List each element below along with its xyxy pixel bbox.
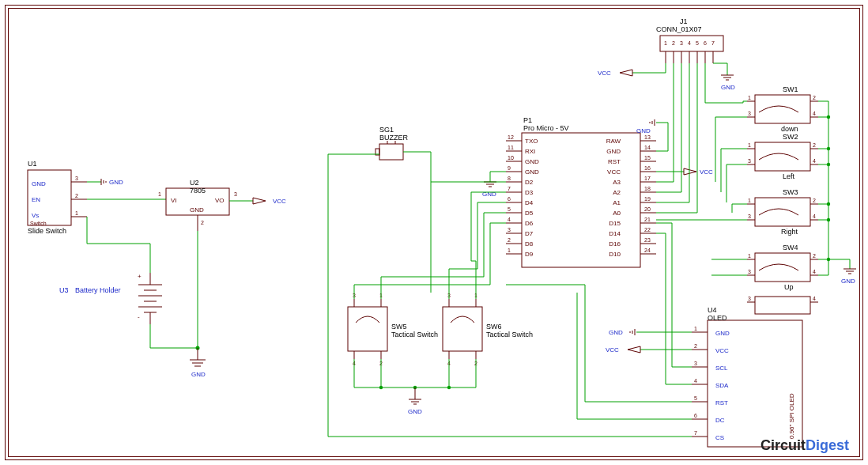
svg-text:GND: GND xyxy=(109,179,123,186)
svg-text:2: 2 xyxy=(813,95,816,100)
j1-conn: J1 CONN_01X07 123 4567 xyxy=(656,17,723,63)
svg-point-242 xyxy=(827,147,830,150)
svg-text:2: 2 xyxy=(508,237,511,243)
svg-text:7: 7 xyxy=(508,186,511,191)
svg-text:4: 4 xyxy=(813,269,816,274)
svg-text:GND: GND xyxy=(190,206,204,214)
svg-rect-208 xyxy=(755,253,810,282)
svg-text:GND: GND xyxy=(609,329,623,336)
p1-right-pins: 13RAW 14GND 15RST 16VCC 17A3 18A2 19A1 2… xyxy=(606,134,656,258)
svg-text:Right: Right xyxy=(781,228,798,236)
svg-text:3: 3 xyxy=(748,296,751,301)
p1-gnd9: GND xyxy=(482,172,506,198)
svg-rect-45 xyxy=(379,144,403,160)
svg-text:16: 16 xyxy=(644,165,651,171)
svg-text:2: 2 xyxy=(813,253,816,259)
svg-text:RST: RST xyxy=(715,399,728,406)
u4-to-p1-wires xyxy=(328,223,692,437)
svg-text:D16: D16 xyxy=(609,240,621,248)
svg-text:7805: 7805 xyxy=(190,187,206,195)
p1-left-pins: 12TXO 11RXI 10GND 9GND 8D2 7D3 6D4 5D5 4… xyxy=(506,134,539,258)
svg-text:GND: GND xyxy=(606,148,621,155)
svg-text:Vs: Vs xyxy=(32,212,39,219)
svg-marker-136 xyxy=(684,168,696,175)
svg-text:21: 21 xyxy=(644,217,651,222)
u4-oled: U4 OLED 0.96" SPI OLED xyxy=(708,306,802,447)
svg-text:3: 3 xyxy=(694,361,697,366)
svg-text:SW1: SW1 xyxy=(783,85,798,93)
schematic-canvas: { "title": "Arduino Pro Micro Gameboy Sc… xyxy=(0,0,868,465)
sw1: SW1 down 1 3 2 4 xyxy=(747,85,818,133)
svg-point-244 xyxy=(827,202,830,206)
svg-text:OLED: OLED xyxy=(708,314,727,322)
svg-text:18: 18 xyxy=(644,186,651,191)
svg-text:Up: Up xyxy=(784,283,794,291)
svg-text:2: 2 xyxy=(694,343,697,349)
svg-rect-253 xyxy=(348,307,387,351)
svg-text:D15: D15 xyxy=(609,220,621,227)
sw6: SW6 Tactical Switch 3 1 4 2 xyxy=(443,293,533,366)
svg-text:1: 1 xyxy=(748,142,751,148)
svg-rect-351 xyxy=(755,297,810,314)
svg-text:CS: CS xyxy=(715,434,724,441)
svg-text:5: 5 xyxy=(696,40,699,46)
sw-gnd-bus: GND xyxy=(818,101,856,285)
svg-text:GND: GND xyxy=(721,84,735,91)
svg-text:4: 4 xyxy=(694,378,697,384)
svg-text:5: 5 xyxy=(694,395,697,401)
svg-text:D9: D9 xyxy=(525,251,534,258)
u2-vo-to-vcc: VCC xyxy=(229,198,286,205)
u3-battery: U3 Battery Holder + - xyxy=(59,273,162,324)
svg-text:6: 6 xyxy=(694,413,697,418)
svg-text:8: 8 xyxy=(508,176,511,181)
svg-point-280 xyxy=(379,386,383,389)
svg-text:2: 2 xyxy=(672,40,675,46)
svg-text:3: 3 xyxy=(748,111,751,116)
svg-text:1: 1 xyxy=(694,326,697,331)
u1-ref: U1 xyxy=(28,160,37,168)
p1-pro-micro: P1 Pro Micro - 5V xyxy=(522,116,640,267)
svg-text:VI: VI xyxy=(171,197,177,204)
sw5: SW5 Tactical Switch 3 1 4 2 xyxy=(348,293,438,366)
svg-text:J1: J1 xyxy=(680,17,688,25)
svg-text:BUZZER: BUZZER xyxy=(379,134,409,142)
svg-text:-: - xyxy=(138,313,140,320)
svg-text:2: 2 xyxy=(813,142,816,148)
svg-text:1: 1 xyxy=(664,40,667,46)
svg-text:13: 13 xyxy=(644,134,651,140)
svg-text:23: 23 xyxy=(644,237,651,243)
svg-text:RST: RST xyxy=(608,158,621,165)
u1-pin3-gnd: GND xyxy=(87,179,123,186)
svg-text:9: 9 xyxy=(508,165,511,171)
svg-text:GND: GND xyxy=(636,127,651,134)
svg-text:SW4: SW4 xyxy=(783,244,798,251)
svg-text:U2: U2 xyxy=(190,179,199,187)
svg-text:GND: GND xyxy=(191,371,206,378)
schematic-svg: U1 Slide Switch GND EN Vs Switch 3 2 1 G… xyxy=(0,0,868,465)
svg-text:3: 3 xyxy=(680,40,683,46)
svg-text:A0: A0 xyxy=(613,210,621,217)
svg-text:Tactical Switch: Tactical Switch xyxy=(486,331,533,338)
svg-text:22: 22 xyxy=(644,227,651,232)
svg-text:3: 3 xyxy=(748,158,751,164)
u4-vcc: VCC xyxy=(606,346,692,353)
svg-text:GND: GND xyxy=(525,168,539,176)
svg-text:3: 3 xyxy=(234,191,237,197)
svg-text:1: 1 xyxy=(748,253,751,259)
svg-text:15: 15 xyxy=(644,155,651,161)
svg-text:SW2: SW2 xyxy=(783,133,798,141)
svg-text:A1: A1 xyxy=(613,199,621,206)
svg-text:GND: GND xyxy=(525,158,539,165)
svg-text:12: 12 xyxy=(508,134,514,140)
svg-text:DC: DC xyxy=(715,417,725,424)
svg-marker-336 xyxy=(628,346,640,353)
svg-text:Pro Micro - 5V: Pro Micro - 5V xyxy=(523,124,569,132)
svg-text:7: 7 xyxy=(694,430,697,436)
svg-text:2: 2 xyxy=(813,198,816,203)
svg-text:4: 4 xyxy=(508,217,511,222)
svg-text:2: 2 xyxy=(201,220,204,225)
svg-rect-50 xyxy=(522,133,640,267)
svg-text:D10: D10 xyxy=(609,251,621,258)
svg-text:VCC: VCC xyxy=(700,168,713,176)
svg-text:4: 4 xyxy=(813,214,816,219)
